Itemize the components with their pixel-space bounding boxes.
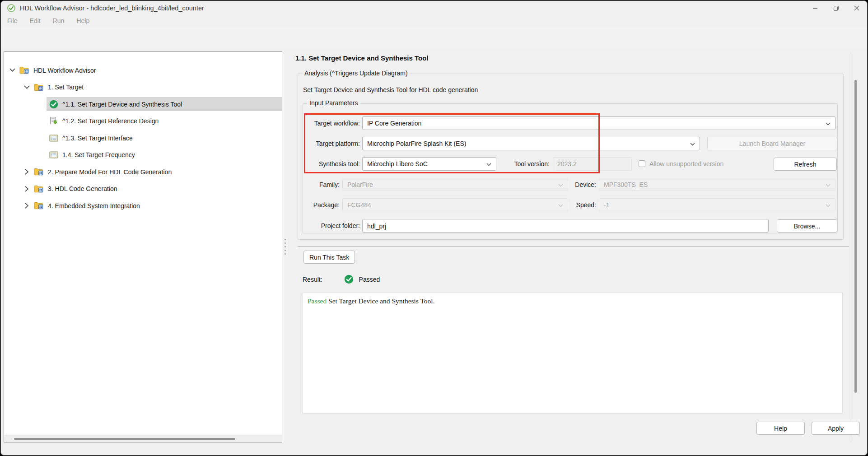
tree-item-set-target-reference-design[interactable]: ^1.2. Set Target Reference Design	[4, 113, 282, 130]
browse-button[interactable]: Browse...	[777, 219, 837, 233]
synthesis-tool-value: Microchip Libero SoC	[367, 160, 428, 168]
tree-item-hdl-workflow-advisor[interactable]: HDL Workflow Advisor	[4, 62, 282, 79]
analysis-groupbox-legend: Analysis (^Triggers Update Diagram)	[302, 70, 410, 77]
allow-unsupported-label: Allow unsupported version	[649, 160, 723, 168]
speed-select: -1	[599, 198, 835, 211]
target-workflow-label: Target workflow:	[254, 120, 360, 127]
speed-label: Speed:	[534, 201, 596, 209]
chevron-down-icon	[826, 204, 831, 207]
package-label: Package:	[254, 201, 340, 209]
hdl-workflow-advisor-window: HDL Workflow Advisor - hdlcoder_led_blin…	[0, 0, 868, 456]
chevron-right-icon[interactable]	[25, 169, 29, 175]
workflow-tree-panel: HDL Workflow Advisor 1. Set Target	[4, 51, 282, 442]
workflow-folder-icon	[34, 168, 44, 176]
chevron-down-icon	[826, 122, 831, 126]
chevron-down-icon	[690, 143, 695, 146]
menu-file[interactable]: File	[7, 17, 18, 24]
restore-button[interactable]	[826, 1, 846, 15]
tree-item-label: HDL Workflow Advisor	[33, 67, 96, 74]
tree-item-label: 1. Set Target	[48, 84, 84, 91]
panel-splitter-handle[interactable]	[285, 239, 287, 255]
project-folder-label: Project folder:	[254, 222, 360, 229]
tool-version-value: 2023.2	[557, 160, 577, 168]
project-folder-input[interactable]	[366, 221, 765, 232]
result-message-text: Set Target Device and Synthesis Tool.	[327, 297, 434, 305]
passed-check-icon	[344, 275, 354, 284]
restore-icon	[833, 5, 839, 11]
advisor-check-icon	[7, 4, 15, 12]
chevron-down-icon[interactable]	[9, 68, 15, 72]
task-list-icon	[49, 151, 58, 158]
target-workflow-value: IP Core Generation	[367, 120, 421, 127]
result-row: Result: Passed	[303, 275, 380, 284]
right-vertical-scrollbar-thumb[interactable]	[854, 80, 857, 393]
close-button[interactable]	[846, 1, 867, 15]
synthesis-tool-select[interactable]: Microchip Libero SoC	[362, 157, 496, 171]
menu-bar: File Edit Run Help	[1, 15, 867, 26]
family-label: Family:	[254, 181, 340, 188]
tree-item-label: 3. HDL Code Generation	[48, 185, 117, 192]
passed-check-icon	[49, 100, 58, 109]
task-title: 1.1. Set Target Device and Synthesis Too…	[295, 54, 429, 62]
tree-item-hdl-code-generation[interactable]: 3. HDL Code Generation	[4, 181, 282, 198]
close-icon	[854, 5, 859, 11]
result-status: Passed	[359, 276, 380, 283]
tool-version-field: 2023.2	[553, 157, 632, 171]
target-platform-label: Target platform:	[254, 140, 360, 147]
tree-horizontal-scrollbar-thumb[interactable]	[14, 438, 235, 440]
right-scrollbar-track	[851, 51, 851, 442]
section-separator	[298, 246, 849, 247]
tree-item-set-target-frequency[interactable]: 1.4. Set Target Frequency	[4, 147, 282, 164]
family-value: PolarFire	[347, 181, 373, 188]
chevron-right-icon[interactable]	[25, 186, 29, 192]
task-doc-arrow-icon	[49, 116, 58, 126]
tree-item-label: ^1.3. Set Target Interface	[62, 135, 133, 142]
tree-item-label: 4. Embedded System Integration	[48, 202, 140, 209]
tree-item-label: ^1.1. Set Target Device and Synthesis To…	[62, 101, 182, 108]
workflow-folder-icon	[34, 84, 44, 91]
tree-item-label: ^1.2. Set Target Reference Design	[62, 117, 159, 125]
target-workflow-select[interactable]: IP Core Generation	[362, 116, 835, 130]
target-platform-value: Microchip PolarFire Splash Kit (ES)	[367, 140, 466, 147]
project-folder-field[interactable]	[362, 219, 769, 233]
run-this-task-button[interactable]: Run This Task	[303, 251, 355, 264]
device-label: Device:	[534, 181, 596, 188]
chevron-down-icon[interactable]	[24, 85, 30, 89]
apply-button[interactable]: Apply	[812, 422, 860, 435]
result-output-area: Passed Set Target Device and Synthesis T…	[303, 293, 843, 414]
refresh-button[interactable]: Refresh	[774, 158, 837, 171]
help-button[interactable]: Help	[756, 422, 805, 435]
speed-value: -1	[604, 201, 609, 209]
workflow-folder-icon	[34, 185, 44, 193]
tree-item-label: 1.4. Set Target Frequency	[62, 151, 135, 158]
synthesis-tool-label: Synthesis tool:	[254, 160, 360, 168]
tree-item-prepare-model[interactable]: 2. Prepare Model For HDL Code Generation	[4, 163, 282, 181]
menu-edit[interactable]: Edit	[30, 17, 41, 24]
target-platform-select[interactable]: Microchip PolarFire Splash Kit (ES)	[362, 137, 700, 150]
tree-item-embedded-system-integration[interactable]: 4. Embedded System Integration	[4, 197, 282, 214]
device-select: MPF300TS_ES	[599, 178, 835, 191]
launch-board-manager-button: Launch Board Manager	[707, 137, 837, 150]
result-label: Result:	[303, 276, 322, 283]
window-title: HDL Workflow Advisor - hdlcoder_led_blin…	[20, 5, 204, 12]
title-bar: HDL Workflow Advisor - hdlcoder_led_blin…	[1, 1, 867, 15]
tree-item-set-target-device[interactable]: ^1.1. Set Target Device and Synthesis To…	[4, 96, 282, 113]
minimize-button[interactable]	[805, 1, 826, 15]
task-description: Set Target Device and Synthesis Tool for…	[303, 86, 478, 93]
chevron-down-icon	[826, 184, 831, 187]
menu-help[interactable]: Help	[76, 17, 89, 24]
allow-unsupported-checkbox	[639, 160, 645, 167]
tree-item-set-target[interactable]: 1. Set Target	[4, 79, 282, 96]
workflow-tree: HDL Workflow Advisor 1. Set Target	[4, 62, 282, 214]
tree-horizontal-scrollbar[interactable]	[4, 435, 282, 442]
minimize-icon	[812, 5, 818, 11]
input-parameters-legend: Input Parameters	[307, 99, 360, 107]
workflow-folder-icon	[34, 202, 44, 209]
find-toolbar: Find:	[1, 26, 867, 49]
workflow-folder-icon	[19, 66, 29, 74]
tree-item-label: 2. Prepare Model For HDL Code Generation	[48, 168, 172, 176]
tree-item-set-target-interface[interactable]: ^1.3. Set Target Interface	[4, 130, 282, 147]
device-value: MPF300TS_ES	[604, 181, 648, 188]
chevron-right-icon[interactable]	[25, 203, 29, 209]
menu-run[interactable]: Run	[53, 17, 65, 24]
